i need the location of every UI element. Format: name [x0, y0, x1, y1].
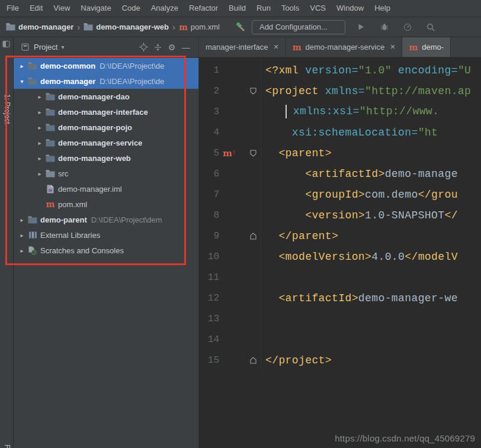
- menu-edit[interactable]: Edit: [24, 0, 48, 17]
- tree-item-demo-manager-iml[interactable]: demo-manager.iml: [14, 181, 198, 196]
- profiler-icon[interactable]: [401, 21, 414, 34]
- code-line[interactable]: 15 </project>: [199, 350, 481, 370]
- tree-item-demo-parent[interactable]: ▸ demo-parent D:\IDEA\Project\dem: [14, 212, 198, 227]
- chevron-expanded-icon[interactable]: ▾: [17, 78, 27, 85]
- chevron-collapsed-icon[interactable]: ▸: [17, 232, 27, 238]
- code-line[interactable]: 4 xsi:schemaLocation="ht: [199, 122, 481, 143]
- menu-refactor[interactable]: Refactor: [184, 0, 223, 17]
- run-icon[interactable]: [355, 21, 368, 34]
- code-line[interactable]: 9 </parent>: [199, 225, 481, 246]
- code-line[interactable]: 1 <?xml version="1.0" encoding="U: [199, 60, 481, 80]
- menu-help[interactable]: Help: [369, 0, 396, 17]
- close-tab-icon[interactable]: ✕: [274, 43, 279, 51]
- code-line[interactable]: 13: [199, 308, 481, 329]
- line-number[interactable]: 7: [199, 189, 219, 200]
- menu-tools[interactable]: Tools: [276, 0, 304, 17]
- tool-stripe-project[interactable]: 1: Project: [3, 94, 11, 124]
- tab-label: demo-: [422, 43, 444, 51]
- line-number[interactable]: 15: [199, 355, 219, 366]
- tree-item-demo-manager-web[interactable]: ▸ demo-manager-web: [14, 150, 198, 166]
- tree-item-external-libraries[interactable]: ▸ External Libraries: [14, 227, 198, 243]
- chevron-collapsed-icon[interactable]: ▸: [35, 124, 44, 131]
- tree-item-demo-manager-pojo[interactable]: ▸ demo-manager-pojo: [14, 120, 198, 135]
- code-line[interactable]: 12 <artifactId>demo-manager-we: [199, 288, 481, 308]
- code-line[interactable]: 7 <groupId>com.demo</grou: [199, 184, 481, 205]
- search-icon[interactable]: [424, 21, 437, 34]
- folder-icon: [44, 170, 56, 178]
- code-line[interactable]: 11: [199, 267, 481, 288]
- code-editor[interactable]: 1 <?xml version="1.0" encoding="U 2 <pro…: [199, 57, 481, 448]
- line-number[interactable]: 9: [199, 231, 219, 241]
- line-number[interactable]: 4: [199, 127, 219, 138]
- code-line[interactable]: 8 <version>1.0-SNAPSHOT</: [199, 205, 481, 225]
- code-line[interactable]: 10 <modelVersion>4.0.0</modelV: [199, 246, 481, 267]
- tree-item-demo-manager-service[interactable]: ▸ demo-manager-service: [14, 135, 198, 150]
- fold-marker-icon[interactable]: [250, 149, 256, 157]
- debug-icon[interactable]: [378, 21, 391, 34]
- menu-file[interactable]: File: [1, 0, 24, 17]
- menu-run[interactable]: Run: [251, 0, 276, 17]
- chevron-collapsed-icon[interactable]: ▸: [35, 155, 44, 162]
- line-number[interactable]: 5: [199, 148, 219, 159]
- code-line[interactable]: 2 <project xmlns="http://maven.ap: [199, 80, 481, 101]
- fold-marker-icon[interactable]: [250, 87, 256, 95]
- menu-navigate[interactable]: Navigate: [75, 0, 116, 17]
- line-number[interactable]: 14: [199, 334, 219, 345]
- locate-icon[interactable]: [138, 42, 149, 53]
- editor-tab-demo[interactable]: m demo-: [402, 37, 451, 57]
- code-line[interactable]: 5 m↑ <parent>: [199, 143, 481, 163]
- code-line[interactable]: 6 <artifactId>demo-manage: [199, 163, 481, 184]
- menu-window[interactable]: Window: [331, 0, 369, 17]
- breadcrumb-item-demo-manager-web[interactable]: demo-manager-web: [84, 22, 169, 31]
- tree-item-pom-xml[interactable]: m pom.xml: [14, 196, 198, 212]
- chevron-collapsed-icon[interactable]: ▸: [35, 109, 44, 115]
- line-number[interactable]: 1: [199, 65, 219, 76]
- line-number[interactable]: 11: [199, 272, 219, 283]
- tree-item-scratches-and-consoles[interactable]: ▸ Scratches and Consoles: [14, 243, 198, 258]
- add-configuration-button[interactable]: Add Configuration...: [252, 20, 345, 34]
- hide-panel-icon[interactable]: —: [181, 42, 191, 53]
- line-number[interactable]: 13: [199, 314, 219, 324]
- module-icon: [44, 124, 56, 131]
- module-icon: [44, 108, 56, 116]
- breadcrumb-item-demo-manager[interactable]: demo-manager: [6, 22, 73, 31]
- chevron-collapsed-icon[interactable]: ▸: [35, 170, 44, 177]
- line-number[interactable]: 3: [199, 107, 219, 117]
- line-number[interactable]: 10: [199, 252, 219, 262]
- code-line[interactable]: 3 xmlns:xsi="http://www.: [199, 101, 481, 122]
- line-number[interactable]: 12: [199, 293, 219, 304]
- chevron-collapsed-icon[interactable]: ▸: [17, 247, 27, 254]
- line-number[interactable]: 2: [199, 86, 219, 96]
- fold-marker-icon[interactable]: [250, 232, 256, 240]
- maven-parent-icon[interactable]: m↑: [223, 149, 236, 157]
- tool-window-icon[interactable]: [2, 40, 10, 50]
- chevron-collapsed-icon[interactable]: ▸: [17, 63, 27, 69]
- breadcrumb-item-pom-xml[interactable]: m pom.xml: [179, 22, 220, 31]
- code-line[interactable]: 14: [199, 329, 481, 350]
- menu-analyze[interactable]: Analyze: [146, 0, 184, 17]
- tree-item-src[interactable]: ▸ src: [14, 166, 198, 181]
- chevron-collapsed-icon[interactable]: ▸: [35, 140, 44, 146]
- tool-stripe-favorites[interactable]: Favorites: [3, 444, 11, 448]
- tree-item-demo-common[interactable]: ▸ demo-common D:\IDEA\Project\de: [14, 58, 198, 73]
- chevron-collapsed-icon[interactable]: ▸: [17, 217, 27, 223]
- line-number[interactable]: 6: [199, 169, 219, 179]
- tree-item-demo-manager[interactable]: ▾ demo-manager D:\IDEA\Project\de: [14, 73, 198, 89]
- menu-vcs[interactable]: VCS: [304, 0, 331, 17]
- menu-build[interactable]: Build: [223, 0, 251, 17]
- fold-marker-icon[interactable]: [250, 356, 256, 364]
- settings-gear-icon[interactable]: ⚙: [166, 42, 177, 53]
- editor-tab-manager-interface[interactable]: manager-interface ✕: [199, 37, 286, 57]
- editor-tab-demo-manager-service[interactable]: m demo-manager-service ✕: [286, 37, 403, 57]
- project-panel-title[interactable]: Project: [34, 43, 57, 51]
- chevron-collapsed-icon[interactable]: ▸: [35, 94, 44, 100]
- build-hammer-icon[interactable]: [234, 21, 247, 34]
- menu-code[interactable]: Code: [117, 0, 146, 17]
- tree-item-demo-manager-interface[interactable]: ▸ demo-manager-interface: [14, 104, 198, 120]
- close-tab-icon[interactable]: ✕: [390, 43, 395, 51]
- tree-item-demo-manager-dao[interactable]: ▸ demo-manager-dao: [14, 89, 198, 104]
- collapse-all-icon[interactable]: [152, 42, 163, 53]
- menu-view[interactable]: View: [48, 0, 75, 17]
- chevron-down-icon[interactable]: ▾: [61, 44, 64, 50]
- line-number[interactable]: 8: [199, 210, 219, 221]
